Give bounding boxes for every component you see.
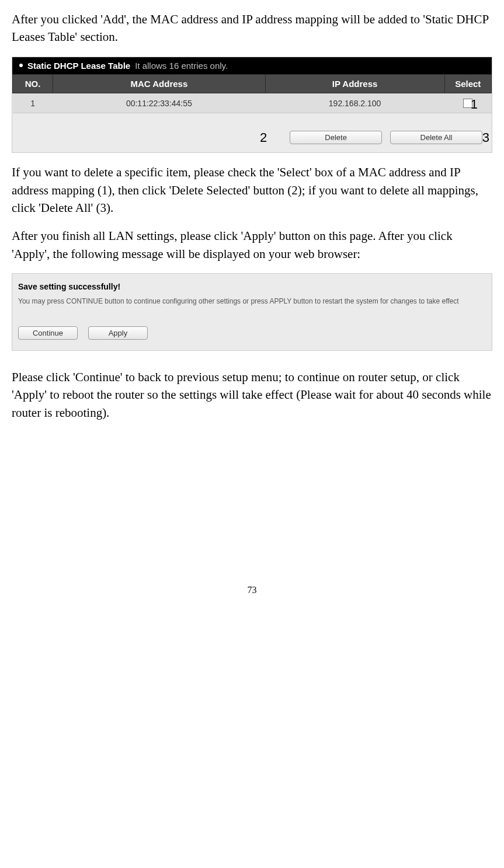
bullet-icon: [19, 64, 23, 67]
cell-select: [444, 93, 491, 113]
intro-paragraph: After you clicked 'Add', the MAC address…: [12, 11, 492, 46]
page-number: 73: [12, 585, 492, 607]
dhcp-hint: It allows 16 entries only.: [135, 61, 228, 71]
cell-ip: 192.168.2.100: [265, 93, 444, 113]
delete-all-button[interactable]: Delete All: [390, 131, 482, 144]
cell-no: 1: [13, 93, 53, 113]
save-button-row: Continue Apply: [12, 310, 492, 350]
dhcp-header-row: NO. MAC Address IP Address Select: [13, 74, 492, 93]
dhcp-title-text: Static DHCP Lease Table: [27, 61, 130, 71]
table-row: 1 00:11:22:33:44:55 192.168.2.100: [13, 93, 492, 113]
dhcp-lease-table-screenshot: Static DHCP Lease Table It allows 16 ent…: [12, 57, 492, 153]
apply-paragraph: After you finish all LAN settings, pleas…: [12, 227, 492, 263]
annotation-3: 3: [482, 130, 489, 145]
apply-button[interactable]: Apply: [88, 326, 148, 340]
dhcp-table: NO. MAC Address IP Address Select 1 00:1…: [12, 74, 492, 113]
header-no: NO.: [13, 74, 53, 93]
annotation-1: 1: [471, 97, 478, 112]
save-title: Save setting successfully!: [12, 274, 492, 295]
final-paragraph: Please click 'Continue' to back to previ…: [12, 368, 492, 421]
header-ip: IP Address: [265, 74, 444, 93]
save-message: You may press CONTINUE button to continu…: [12, 295, 492, 310]
dhcp-title-bar: Static DHCP Lease Table It allows 16 ent…: [12, 57, 492, 74]
header-mac: MAC Address: [53, 74, 266, 93]
annotation-2: 2: [260, 130, 267, 145]
cell-mac: 00:11:22:33:44:55: [53, 93, 266, 113]
save-setting-screenshot: Save setting successfully! You may press…: [12, 273, 492, 351]
header-select: Select: [444, 74, 491, 93]
dhcp-button-row: Delete Delete All: [12, 113, 492, 152]
delete-button[interactable]: Delete: [290, 131, 382, 144]
delete-paragraph: If you want to delete a specific item, p…: [12, 163, 492, 217]
continue-button[interactable]: Continue: [18, 326, 78, 340]
